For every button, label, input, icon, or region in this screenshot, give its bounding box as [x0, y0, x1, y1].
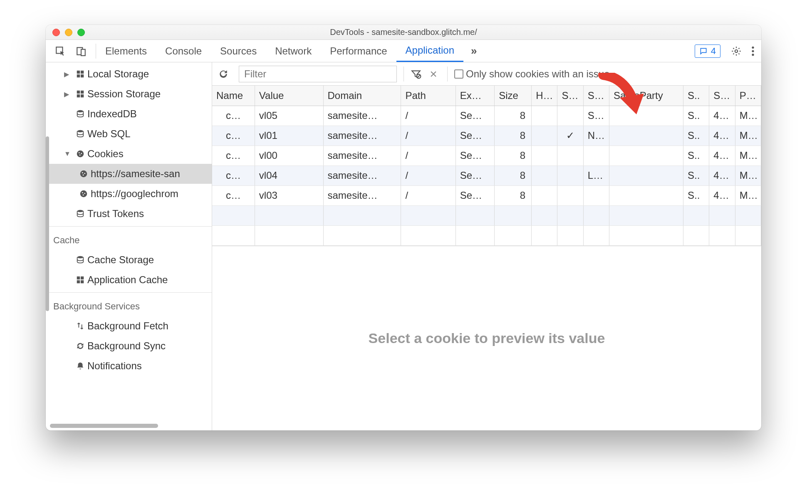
- tab-performance[interactable]: Performance: [321, 40, 396, 62]
- tab-elements[interactable]: Elements: [96, 40, 156, 62]
- clear-filter-icon[interactable]: [411, 69, 425, 79]
- sidebar-item-label: Application Cache: [87, 274, 168, 286]
- col-domain[interactable]: Domain: [323, 86, 401, 106]
- cell-size: 8: [495, 146, 532, 166]
- table-row[interactable]: c…vl03samesite…/Se…8S..4…M…: [212, 185, 761, 205]
- sidebar-item-label: Background Fetch: [87, 320, 168, 332]
- tab-application[interactable]: Application: [396, 40, 463, 62]
- svg-point-3: [735, 49, 738, 52]
- col-size[interactable]: Size: [495, 86, 532, 106]
- svg-point-27: [84, 193, 85, 194]
- table-row[interactable]: c…vl01samesite…/Se…8✓N…S..4…M…: [212, 126, 761, 146]
- table-row[interactable]: c…vl04samesite…/Se…8L…S..4…M…: [212, 166, 761, 185]
- cell-name: c…: [212, 126, 255, 146]
- sidebar-item-label: Cache Storage: [87, 254, 154, 266]
- col-secure[interactable]: S…: [557, 86, 583, 106]
- database-icon: [73, 109, 87, 119]
- checkbox-icon: [454, 69, 463, 79]
- sidebar-item-indexeddb[interactable]: IndexedDB: [46, 104, 212, 124]
- cell-s2: S..: [683, 185, 709, 205]
- sidebar-item-local-storage[interactable]: ▶ Local Storage: [46, 64, 212, 84]
- sidebar-item-application-cache[interactable]: Application Cache: [46, 270, 212, 290]
- sidebar-item-background-sync[interactable]: Background Sync: [46, 336, 212, 356]
- chevron-right-icon: ▶: [64, 90, 73, 98]
- cell-s2: S..: [683, 146, 709, 166]
- svg-point-30: [77, 256, 84, 259]
- chevron-right-icon: ▶: [64, 70, 73, 78]
- sidebar-item-trust-tokens[interactable]: Trust Tokens: [46, 204, 212, 224]
- sidebar-hscrollbar[interactable]: [50, 424, 158, 428]
- kebab-icon[interactable]: [745, 46, 761, 57]
- sidebar-item-notifications[interactable]: Notifications: [46, 356, 212, 376]
- cell-value: vl03: [255, 185, 323, 205]
- cell-http: [532, 185, 557, 205]
- sidebar-item-websql[interactable]: Web SQL: [46, 124, 212, 144]
- sidebar-scrollbar[interactable]: [46, 136, 49, 311]
- cell-http: [532, 166, 557, 185]
- col-expires[interactable]: Ex…: [456, 86, 494, 106]
- sidebar-item-cookies[interactable]: ▼ Cookies: [46, 144, 212, 164]
- cell-http: [532, 126, 557, 146]
- svg-rect-14: [81, 94, 84, 97]
- svg-line-36: [417, 75, 420, 78]
- svg-rect-9: [77, 74, 80, 77]
- cell-exp: Se…: [456, 126, 494, 146]
- more-tabs-icon[interactable]: »: [463, 44, 484, 57]
- col-httponly[interactable]: H…: [532, 86, 557, 106]
- col-s3[interactable]: S…: [709, 86, 735, 106]
- sidebar-item-label: https://samesite-san: [91, 168, 180, 180]
- sidebar-item-label: Cookies: [87, 148, 124, 160]
- cell-p: M…: [735, 146, 761, 166]
- col-s2[interactable]: S..: [683, 86, 709, 106]
- sync-icon: [73, 341, 87, 351]
- grid-icon: [73, 275, 87, 284]
- col-sameparty[interactable]: SameParty: [609, 86, 683, 106]
- sidebar-item-session-storage[interactable]: ▶ Session Storage: [46, 84, 212, 104]
- device-toggle-icon[interactable]: [73, 46, 89, 57]
- tab-sources[interactable]: Sources: [211, 40, 266, 62]
- sidebar-item-cache-storage[interactable]: Cache Storage: [46, 250, 212, 270]
- col-value[interactable]: Value: [255, 86, 323, 106]
- cell-exp: Se…: [456, 166, 494, 185]
- refresh-icon[interactable]: [218, 69, 232, 79]
- svg-point-17: [77, 151, 84, 158]
- table-row[interactable]: c…vl05samesite…/Se…8S…S..4…M…: [212, 106, 761, 126]
- devtools-window: DevTools - samesite-sandbox.glitch.me/ E…: [46, 25, 761, 430]
- cell-path: /: [401, 185, 456, 205]
- cell-sameparty: [609, 166, 683, 185]
- table-row: [212, 205, 761, 225]
- tab-console[interactable]: Console: [156, 40, 211, 62]
- only-issues-label: Only show cookies with an issue: [466, 68, 610, 80]
- cell-s3: 4…: [709, 126, 735, 146]
- filter-input[interactable]: [239, 66, 397, 82]
- grid-icon: [73, 69, 87, 79]
- col-name[interactable]: Name: [212, 86, 255, 106]
- only-issues-checkbox[interactable]: Only show cookies with an issue: [454, 68, 610, 80]
- col-priority[interactable]: P…: [735, 86, 761, 106]
- window-title: DevTools - samesite-sandbox.glitch.me/: [46, 27, 761, 37]
- table-row[interactable]: c…vl00samesite…/Se…8S..4…M…: [212, 146, 761, 166]
- col-samesite[interactable]: S…: [583, 86, 609, 106]
- inspect-icon[interactable]: [52, 46, 69, 57]
- cell-domain: samesite…: [323, 146, 401, 166]
- sidebar-item-cookie-origin[interactable]: https://googlechrom: [46, 184, 212, 204]
- svg-rect-8: [81, 71, 84, 74]
- cell-value: vl01: [255, 126, 323, 146]
- cell-domain: samesite…: [323, 166, 401, 185]
- svg-point-26: [82, 192, 83, 193]
- cell-domain: samesite…: [323, 126, 401, 146]
- cookie-icon: [77, 189, 91, 198]
- tab-network[interactable]: Network: [266, 40, 321, 62]
- svg-point-20: [79, 154, 81, 156]
- clear-all-icon[interactable]: ×: [426, 67, 441, 81]
- cell-secure: [557, 106, 583, 126]
- cell-exp: Se…: [456, 106, 494, 126]
- sidebar-item-cookie-origin[interactable]: https://samesite-san: [46, 164, 212, 184]
- cell-domain: samesite…: [323, 185, 401, 205]
- issues-button[interactable]: 4: [695, 44, 720, 58]
- gear-icon[interactable]: [728, 46, 745, 57]
- col-path[interactable]: Path: [401, 86, 456, 106]
- sidebar-item-background-fetch[interactable]: Background Fetch: [46, 316, 212, 336]
- svg-point-25: [80, 190, 87, 198]
- cell-s2: S..: [683, 126, 709, 146]
